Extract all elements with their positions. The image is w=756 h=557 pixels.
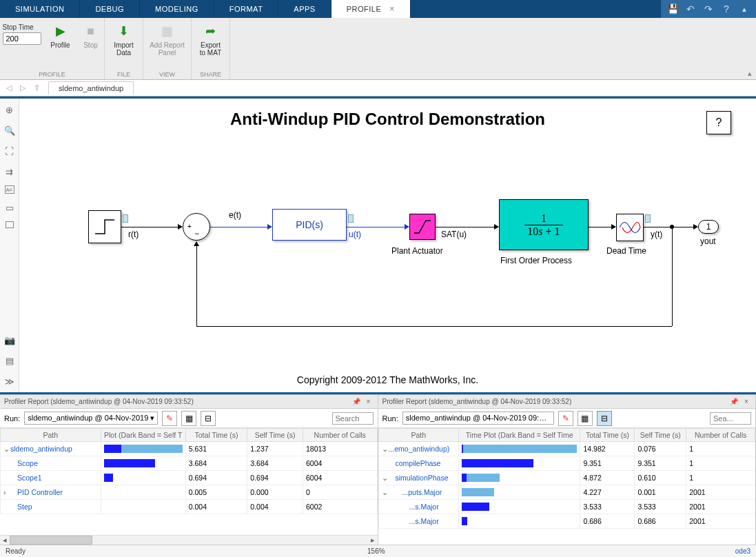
col-total[interactable]: Total Time (s) bbox=[580, 429, 635, 442]
model-tab[interactable]: sldemo_antiwindup bbox=[48, 81, 134, 94]
plant-actuator-label: Plant Actuator bbox=[391, 246, 443, 256]
table-row[interactable]: Scope10.6940.6946004 bbox=[1, 471, 378, 485]
table-row[interactable]: Step0.0040.0046002 bbox=[1, 500, 378, 514]
status-ready: Ready bbox=[6, 547, 25, 555]
col-path[interactable]: Path bbox=[1, 429, 101, 442]
profiler-panels: Profiler Report (sldemo_antiwindup @ 04-… bbox=[0, 394, 756, 545]
close-icon[interactable]: × bbox=[389, 4, 395, 14]
nav-up-icon[interactable]: ⇧ bbox=[30, 82, 43, 94]
col-self[interactable]: Self Time (s) bbox=[247, 429, 303, 442]
search-input[interactable] bbox=[710, 412, 751, 425]
profile-button[interactable]: ▶ Profile bbox=[45, 21, 76, 50]
tab-debug[interactable]: DEBUG bbox=[80, 0, 140, 18]
table-row[interactable]: ...s.Major0.6860.6862001 bbox=[378, 514, 755, 529]
tab-format[interactable]: FORMAT bbox=[214, 0, 279, 18]
tab-simulation[interactable]: SIMULATION bbox=[0, 0, 80, 18]
table-row[interactable]: ...s.Major3.5333.5332001 bbox=[378, 500, 755, 514]
library-icon[interactable]: ⇉ bbox=[3, 165, 17, 179]
delete-run-button[interactable]: ✎ bbox=[558, 411, 573, 426]
table-row[interactable]: ⌄...emo_antiwindup)14.9820.0761 bbox=[378, 442, 755, 456]
undo-icon[interactable]: ↶ bbox=[683, 1, 698, 17]
table-row[interactable]: ⌄simulationPhase4.8720.6101 bbox=[378, 471, 755, 485]
export-icon: ➦ bbox=[202, 22, 220, 40]
col-path[interactable]: Path bbox=[378, 429, 458, 442]
image-icon[interactable]: ▭ bbox=[3, 201, 17, 214]
model-help-box[interactable]: ? bbox=[706, 111, 731, 134]
tab-profile[interactable]: PROFILE× bbox=[331, 0, 411, 18]
model-title: Anti-Windup PID Control Demonstration bbox=[19, 110, 756, 129]
highlight-model-button[interactable]: ▦ bbox=[578, 411, 593, 426]
pid-block[interactable]: PID(s) bbox=[272, 209, 347, 241]
pin-icon[interactable]: 📌 bbox=[351, 397, 361, 407]
tree-view-button[interactable]: ⊟ bbox=[201, 411, 216, 426]
dead-time-block[interactable] bbox=[616, 214, 644, 241]
col-calls[interactable]: Number of Calls bbox=[686, 429, 755, 442]
expand-icon[interactable]: ≫ bbox=[3, 374, 17, 388]
saturation-block[interactable] bbox=[409, 214, 436, 240]
ribbon: Stop Time ▶ Profile ■ Stop PROFILE ⬇ Imp… bbox=[0, 18, 756, 80]
nav-forward-icon[interactable]: ▷ bbox=[17, 82, 29, 94]
table-row[interactable]: ⌄sldemo_antiwindup5.6311.23718013 bbox=[1, 442, 378, 456]
minimize-ribbon-icon[interactable]: ▲ bbox=[737, 1, 752, 17]
close-icon[interactable]: × bbox=[364, 397, 374, 407]
property-icon[interactable]: ▤ bbox=[3, 354, 17, 367]
port-marker bbox=[645, 214, 651, 223]
area-icon[interactable] bbox=[6, 221, 14, 228]
outport-label: yout bbox=[700, 236, 716, 246]
hscroll[interactable]: ◂▸ bbox=[0, 535, 378, 545]
hide-browser-icon[interactable]: ⊕ bbox=[3, 103, 17, 117]
run-label: Run: bbox=[382, 414, 398, 423]
explorer-bar: ◁ ▷ ⇧ sldemo_antiwindup bbox=[0, 80, 756, 97]
outport-block[interactable]: 1 bbox=[698, 220, 719, 234]
col-calls[interactable]: Number of Calls bbox=[303, 429, 377, 442]
tab-modeling[interactable]: MODELING bbox=[140, 0, 214, 18]
annotation-icon[interactable]: A≡ bbox=[5, 185, 14, 194]
step-icon bbox=[91, 213, 119, 241]
help-icon[interactable]: ? bbox=[719, 1, 734, 17]
status-solver[interactable]: ode3 bbox=[735, 547, 750, 555]
saturation-icon bbox=[412, 216, 433, 237]
run-selector[interactable]: sldemo_antiwindup @ 04-Nov-2019 ▾ bbox=[24, 412, 158, 425]
fit-icon[interactable]: ⛶ bbox=[3, 144, 17, 158]
col-total[interactable]: Total Time (s) bbox=[185, 429, 247, 442]
model-canvas[interactable]: Anti-Windup PID Control Demonstration ? … bbox=[19, 99, 756, 392]
tree-view-button[interactable]: ⊟ bbox=[597, 411, 612, 426]
panel-icon: ▦ bbox=[159, 22, 176, 40]
table-row[interactable]: ›PID Controller0.0050.0000 bbox=[1, 485, 378, 500]
status-zoom[interactable]: 156% bbox=[367, 547, 385, 555]
tab-apps[interactable]: APPS bbox=[278, 0, 331, 18]
pin-icon[interactable]: 📌 bbox=[729, 397, 739, 407]
step-block[interactable] bbox=[88, 210, 121, 243]
group-share-label: SHARE bbox=[192, 70, 229, 79]
table-row[interactable]: compilePhase9.3519.3511 bbox=[378, 456, 755, 471]
highlight-model-button[interactable]: ▦ bbox=[181, 411, 196, 426]
save-icon[interactable]: 💾 bbox=[665, 1, 680, 17]
screenshot-icon[interactable]: 📷 bbox=[3, 333, 17, 347]
nav-back-icon[interactable]: ◁ bbox=[3, 82, 15, 94]
col-plot[interactable]: Time Plot (Dark Band = Self Time bbox=[458, 429, 580, 442]
redo-icon[interactable]: ↷ bbox=[701, 1, 716, 17]
import-data-button[interactable]: ⬇ Import Data bbox=[109, 21, 139, 58]
close-icon[interactable]: × bbox=[742, 397, 751, 407]
stop-time-input[interactable] bbox=[3, 32, 41, 45]
collapse-ribbon-icon[interactable]: ▴ bbox=[744, 18, 756, 79]
delete-run-button[interactable]: ✎ bbox=[162, 411, 177, 426]
profiler-table-left[interactable]: Path Plot (Dark Band = Self T Total Time… bbox=[0, 428, 378, 514]
copyright-text: Copyright 2009-2012 The MathWorks, Inc. bbox=[19, 374, 756, 385]
delay-icon bbox=[618, 216, 642, 239]
zoom-icon[interactable]: 🔍 bbox=[3, 123, 17, 137]
export-mat-button[interactable]: ➦ Export to MAT bbox=[196, 21, 226, 58]
status-bar: Ready 156% ode3 bbox=[0, 545, 756, 557]
col-plot[interactable]: Plot (Dark Band = Self T bbox=[101, 429, 185, 442]
run-selector[interactable]: sldemo_antiwindup @ 04-Nov-2019 09:33:52… bbox=[402, 412, 554, 425]
signal-et-label: e(t) bbox=[229, 210, 241, 220]
sum-block[interactable]: + − bbox=[183, 213, 210, 241]
search-input[interactable] bbox=[332, 412, 374, 425]
profiler-table-right[interactable]: Path Time Plot (Dark Band = Self Time To… bbox=[378, 428, 756, 529]
group-file-label: FILE bbox=[105, 70, 143, 79]
first-order-block[interactable]: 1 10s + 1 bbox=[499, 199, 589, 250]
signal-ut-label: u(t) bbox=[349, 230, 361, 239]
col-self[interactable]: Self Time (s) bbox=[635, 429, 686, 442]
table-row[interactable]: Scope3.6843.6846004 bbox=[1, 456, 378, 471]
table-row[interactable]: ⌄...puts.Major4.2270.0012001 bbox=[378, 485, 755, 500]
